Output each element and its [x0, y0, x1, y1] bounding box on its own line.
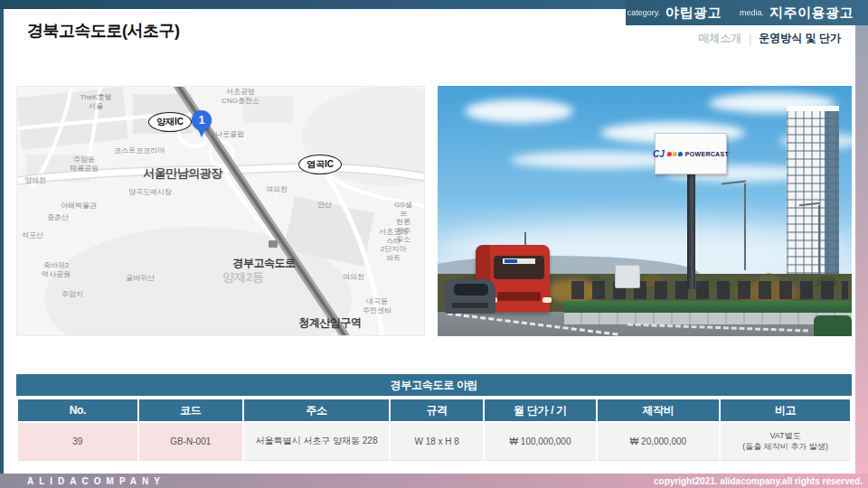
sedan-grille: [452, 303, 488, 308]
table-title: 경부고속도로 야립: [16, 374, 852, 396]
table-row: 39 GB-N-001 서울특별시 서초구 양재동 228 W 18 x H 8…: [17, 422, 851, 460]
map-label: 양곡도매시장: [128, 188, 172, 197]
col-code: 코드: [138, 399, 243, 422]
dark-sedan: [445, 279, 495, 314]
category-label: category.: [627, 8, 660, 17]
bus-destination-sign: [503, 258, 535, 264]
category-media-bar: category. 야립광고 media. 지주이용광고: [626, 0, 868, 25]
page-title: 경북고속도로(서초구): [27, 20, 180, 42]
map-label: 여의천: [266, 185, 288, 194]
cell-code: GB-N-001: [138, 422, 243, 460]
map-label: 경부고속도로: [233, 257, 296, 269]
col-note: 비고: [720, 399, 851, 422]
roadside-bush: [814, 315, 852, 336]
cell-no: 39: [17, 422, 138, 460]
map-label: 죽바위2 역사공원: [42, 261, 71, 278]
pricing-table: 경부고속도로 야립 No. 코드 주소 규격 월 단가 / 기 제작비 비고: [16, 374, 852, 461]
cloud: [465, 99, 573, 123]
cell-monthly-price: ₩ 100,000,000: [484, 422, 596, 460]
map-pin-tail: [197, 127, 206, 137]
media-value: 지주이용광고: [769, 5, 854, 22]
map-label: 굴바위산: [126, 274, 155, 283]
col-address: 주소: [243, 399, 390, 422]
col-size: 규격: [390, 399, 484, 422]
map-label: 중촌산: [47, 213, 69, 222]
tab-separator: |: [749, 33, 751, 45]
cj-logo-text: CJ: [653, 149, 665, 159]
billboard-pole: [687, 174, 695, 289]
office-tower: [787, 106, 839, 274]
col-production-cost: 제작비: [597, 399, 720, 422]
col-no: No.: [17, 399, 138, 422]
streetlight-pole: [744, 183, 746, 270]
map-label: 양재천: [24, 176, 46, 185]
map-label: 코스트코코리아: [114, 146, 165, 155]
map-label: 서초공영 CNG충전소: [222, 88, 259, 105]
cell-size: W 18 x H 8: [390, 422, 484, 460]
cj-logo-petals-icon: [667, 152, 683, 156]
company-name: ALIDACOMPANY: [27, 476, 165, 486]
white-truck: [615, 265, 640, 288]
slide: category. 야립광고 media. 지주이용광고 매체소개 | 운영방식…: [0, 0, 868, 488]
billboard-advertiser-text: POWERCAST: [685, 151, 729, 157]
cell-production-cost: ₩ 20,000,000: [597, 422, 720, 460]
billboard-photo: CJ POWERCAST: [438, 86, 852, 336]
map-label: 석포산: [22, 231, 43, 240]
billboard-panel: CJ POWERCAST: [655, 133, 727, 174]
footer-bar: ALIDACOMPANY copyright2021. alidacompany…: [0, 474, 868, 488]
tab-bar: 매체소개 | 운영방식 및 단가: [698, 31, 841, 46]
cell-note: VAT별도 (돌출 제작비 추가 발생): [720, 422, 851, 460]
map-label: 안산: [317, 201, 332, 210]
copyright-text: copyright2021. alidacompany.all rights r…: [654, 476, 863, 486]
map-label: 청계산입구역: [299, 316, 362, 329]
ic-badge-yangjae: 양재IC: [148, 112, 192, 132]
map-label: 주암동 체육공원: [70, 155, 99, 173]
map-label: TheK호텔 서울: [80, 93, 111, 110]
tab-operation-pricing[interactable]: 운영방식 및 단가: [759, 31, 841, 46]
right-gradient-strip: [855, 25, 868, 474]
table-header-row: No. 코드 주소 규격 월 단가 / 기 제작비 비고: [17, 399, 851, 422]
location-map: TheK호텔 서울서초공영 CNG충전소코스트코코리아주암동 체육공원양재천하나…: [16, 86, 425, 336]
ic-badge-yeomgok: 염곡IC: [298, 155, 342, 174]
tab-media-intro[interactable]: 매체소개: [698, 31, 741, 46]
media-label: media.: [740, 8, 764, 17]
category-value: 야립광고: [665, 5, 722, 22]
oncoming-traffic: [571, 281, 848, 299]
bus-grille: [497, 292, 541, 301]
median-barrier: [564, 313, 852, 324]
map-label: 하나로클럽: [208, 130, 244, 139]
map-label: 서울만남의광장: [143, 166, 222, 181]
map-label: 여의천: [343, 273, 364, 282]
map-label: 아해박물관: [61, 202, 97, 211]
map-label: 양재2동: [222, 270, 264, 285]
streetlight-pole: [818, 205, 820, 274]
col-monthly-price: 월 단가 / 기: [484, 399, 596, 422]
map-label: 주암지: [61, 290, 83, 299]
median-hedge: [564, 301, 852, 313]
map-label: 내곡동 주민센터: [363, 297, 392, 314]
cell-address: 서울특별시 서초구 양재동 228: [243, 422, 390, 460]
map-label: 서초포레스타 2단지아파트: [378, 228, 409, 262]
left-accent-border: [0, 9, 4, 474]
bus-headlight: [542, 297, 552, 303]
sedan-windshield: [454, 284, 488, 296]
